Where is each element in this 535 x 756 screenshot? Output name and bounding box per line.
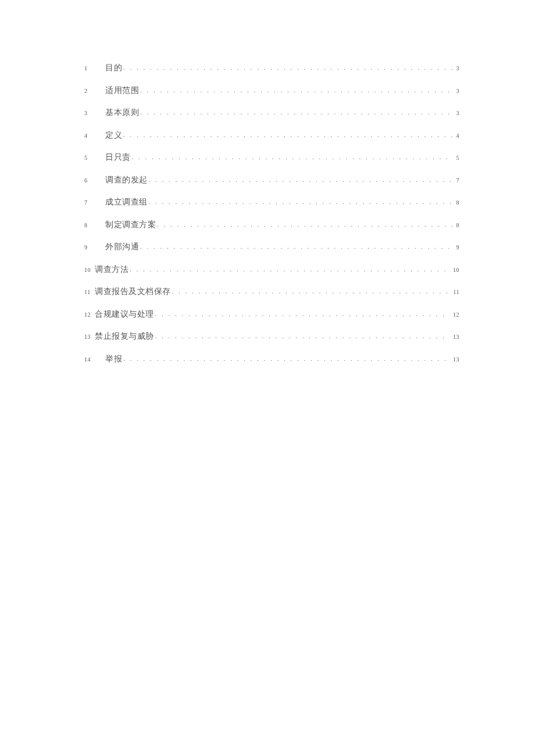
toc-entry-title: 调查的发起 (105, 176, 148, 184)
toc-entry-number: 13 (84, 334, 95, 340)
toc-entry-number: 2 (84, 88, 105, 94)
toc-entry-number: 6 (84, 178, 105, 184)
toc-entry: 11调查报告及文档保存11 (84, 288, 459, 296)
toc-leader-dots (140, 87, 453, 93)
toc-leader-dots (123, 65, 453, 70)
toc-entry-title: 调查报告及文档保存 (95, 288, 171, 296)
toc-entry-page: 13 (451, 334, 459, 340)
toc-leader-dots (123, 356, 450, 361)
toc-leader-dots (149, 177, 453, 182)
toc-entry-page: 3 (454, 66, 460, 71)
toc-leader-dots (155, 333, 450, 339)
toc-entry-title: 基本原则 (105, 109, 139, 117)
toc-entry-title: 适用范围 (105, 87, 139, 95)
toc-entry-number: 12 (84, 312, 95, 318)
toc-entry-number: 1 (84, 66, 105, 71)
toc-entry-page: 12 (451, 312, 459, 318)
toc-entry-title: 定义 (105, 131, 122, 139)
toc-leader-dots (130, 266, 450, 272)
toc-entry: 7成立调查组8 (84, 198, 459, 206)
table-of-contents: 1目的32适用范围33基本原则34定义45日只责56调查的发起77成立调查组88… (84, 64, 459, 363)
toc-entry-title: 日只责 (105, 153, 131, 162)
toc-entry-number: 11 (84, 289, 95, 295)
toc-entry: 5日只责5 (84, 153, 459, 162)
toc-entry: 9外部沟通9 (84, 243, 459, 251)
toc-entry: 3基本原则3 (84, 109, 459, 117)
toc-entry-title: 外部沟通 (105, 243, 139, 251)
toc-entry-title: 合规建议与处理 (95, 310, 154, 318)
toc-entry: 6调查的发起7 (84, 176, 459, 184)
toc-entry: 8制定调查方案8 (84, 221, 459, 229)
toc-entry-page: 8 (454, 200, 460, 206)
toc-entry-title: 举报 (105, 355, 122, 363)
toc-entry: 4定义4 (84, 131, 459, 139)
toc-leader-dots (132, 154, 453, 160)
document-page: 1目的32适用范围33基本原则34定义45日只责56调查的发起77成立调查组88… (0, 0, 535, 363)
toc-leader-dots (123, 132, 453, 138)
toc-entry-page: 3 (454, 88, 460, 94)
toc-entry-page: 7 (454, 178, 460, 184)
toc-entry-page: 11 (451, 289, 459, 295)
toc-entry-page: 13 (451, 357, 459, 363)
toc-entry-title: 目的 (105, 64, 122, 72)
toc-entry-number: 3 (84, 110, 105, 116)
toc-entry-page: 4 (454, 133, 460, 139)
toc-entry-number: 4 (84, 133, 105, 139)
toc-entry-title: 调查方法 (95, 266, 129, 274)
toc-entry: 1目的3 (84, 64, 459, 72)
toc-leader-dots (149, 199, 453, 205)
toc-entry: 10调查方法10 (84, 266, 459, 274)
toc-entry-page: 9 (454, 245, 460, 250)
toc-leader-dots (140, 109, 453, 115)
toc-entry-title: 禁止报复与威胁 (95, 332, 154, 341)
toc-leader-dots (140, 243, 453, 249)
toc-entry-page: 10 (451, 267, 459, 273)
toc-entry-number: 14 (84, 357, 105, 363)
toc-entry-page: 8 (454, 223, 460, 228)
toc-entry-page: 3 (454, 110, 460, 116)
toc-entry: 14举报13 (84, 355, 459, 363)
toc-entry: 2适用范围3 (84, 87, 459, 95)
toc-entry-number: 7 (84, 200, 105, 206)
toc-entry-title: 制定调查方案 (105, 221, 156, 229)
toc-entry-page: 5 (454, 155, 460, 161)
toc-entry-number: 8 (84, 223, 105, 228)
toc-entry: 13禁止报复与威胁13 (84, 332, 459, 341)
toc-entry: 12合规建议与处理12 (84, 310, 459, 318)
toc-entry-number: 5 (84, 155, 105, 161)
toc-leader-dots (157, 221, 453, 227)
toc-entry-number: 9 (84, 245, 105, 250)
toc-leader-dots (155, 311, 450, 317)
toc-leader-dots (172, 288, 450, 294)
toc-entry-number: 10 (84, 267, 95, 273)
toc-entry-title: 成立调查组 (105, 198, 148, 206)
